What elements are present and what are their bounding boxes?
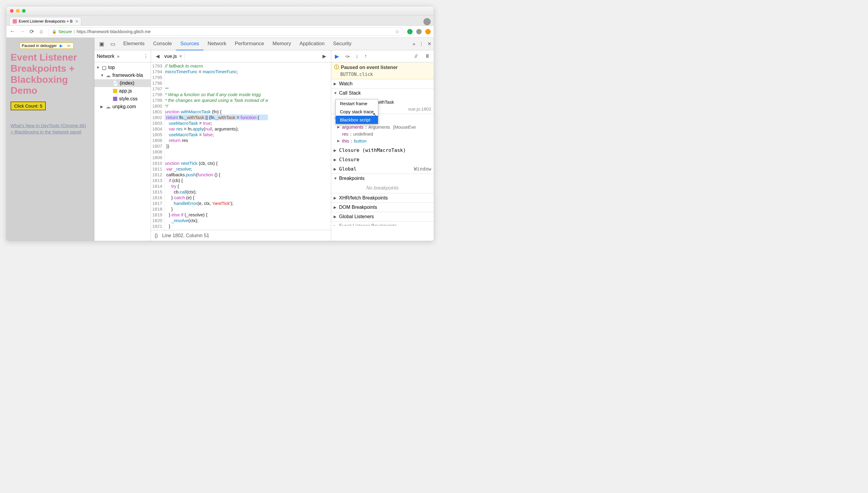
xhr-header[interactable]: ▶ XHR/fetch Breakpoints bbox=[331, 193, 434, 202]
xhr-panel: ▶ XHR/fetch Breakpoints bbox=[331, 193, 434, 203]
panel-title: Watch bbox=[339, 81, 353, 86]
tree-file-appjs[interactable]: app.js bbox=[94, 87, 151, 95]
global-header[interactable]: ▶ Global Window bbox=[331, 164, 434, 174]
page-title: Event Listener Breakpoints + Blackboxing… bbox=[10, 52, 90, 96]
devtools-tab-memory[interactable]: Memory bbox=[268, 38, 295, 50]
forward-button[interactable]: → bbox=[19, 29, 25, 35]
breakpoints-header[interactable]: ▼ Breakpoints bbox=[331, 174, 434, 183]
scope-res[interactable]: res: undefined bbox=[331, 130, 434, 137]
dom-bp-header[interactable]: ▶ DOM Breakpoints bbox=[331, 203, 434, 212]
context-menu-item[interactable]: Blackbox script bbox=[336, 116, 378, 124]
panel-title: XHR/fetch Breakpoints bbox=[339, 195, 388, 201]
bookmark-star-icon[interactable]: ☆ bbox=[395, 28, 400, 35]
content-row: Paused in debugger ▶ ⤼ Event Listener Br… bbox=[6, 38, 434, 241]
close-tab-icon[interactable]: × bbox=[75, 19, 78, 24]
extension-icon-2[interactable] bbox=[416, 29, 421, 34]
devtools-menu-icon[interactable]: ⋮ bbox=[419, 41, 424, 47]
pause-subtitle: BUTTON.click bbox=[334, 72, 431, 77]
navigator-tab[interactable]: Network bbox=[97, 53, 114, 59]
lock-icon: 🔒 bbox=[52, 29, 57, 34]
resume-button[interactable]: ▶ bbox=[334, 52, 340, 60]
tree-top[interactable]: ▼ ▢ top bbox=[94, 64, 151, 71]
devtools-tab-elements[interactable]: Elements bbox=[119, 38, 149, 50]
devtools-tab-sources[interactable]: Sources bbox=[176, 38, 203, 50]
paused-step-icon[interactable]: ⤼ bbox=[66, 43, 71, 48]
url-input[interactable]: 🔒 Secure | https://framework-blackboxing… bbox=[48, 27, 404, 36]
nav-left-icon[interactable]: ◀ bbox=[153, 53, 162, 59]
secure-label: Secure bbox=[59, 29, 72, 34]
devtools: ▣ ▭ ElementsConsoleSourcesNetworkPerform… bbox=[94, 38, 434, 241]
callstack-header[interactable]: ▼ Call Stack bbox=[331, 89, 434, 98]
maximize-window-button[interactable] bbox=[22, 9, 26, 13]
paused-badge: Paused in debugger ▶ ⤼ bbox=[20, 42, 73, 49]
event-bp-header[interactable]: ▶ Event Listener Breakpoints bbox=[331, 221, 434, 226]
chevron-right-icon: ▶ bbox=[334, 157, 337, 162]
breakpoints-panel: ▼ Breakpoints No breakpoints bbox=[331, 174, 434, 193]
close-file-icon[interactable]: × bbox=[179, 53, 182, 59]
tree-file-stylecss[interactable]: style.css bbox=[94, 95, 151, 103]
panel-title: DOM Breakpoints bbox=[339, 205, 377, 210]
step-over-button[interactable]: ⤼ bbox=[344, 52, 351, 60]
devtools-tab-application[interactable]: Application bbox=[295, 38, 329, 50]
close-devtools-icon[interactable]: ✕ bbox=[427, 41, 431, 47]
chevron-right-icon: ▶ bbox=[337, 139, 340, 143]
scope-key: res bbox=[342, 131, 348, 136]
scope-val: undefined bbox=[353, 131, 373, 136]
scope-this[interactable]: ▶ this: button bbox=[331, 137, 434, 144]
file-tab-vuejs[interactable]: vue.js × bbox=[162, 52, 185, 60]
braces-icon[interactable]: {} bbox=[155, 233, 158, 238]
cloud-icon: ☁ bbox=[106, 73, 111, 78]
page-link[interactable]: What's New In DevTools (Chrome 66) > Bla… bbox=[10, 122, 90, 135]
tree-file-index[interactable]: 📄 (index) bbox=[94, 79, 151, 87]
tree-domain-2[interactable]: ▶ ☁ unpkg.com bbox=[94, 103, 151, 111]
home-button[interactable]: ⌂ bbox=[38, 29, 44, 35]
closure2-header[interactable]: ▶ Closure bbox=[331, 155, 434, 164]
chevron-down-icon: ▼ bbox=[96, 65, 100, 70]
stack-location-text: vue.js:1802 bbox=[408, 106, 431, 111]
profile-avatar-button[interactable] bbox=[424, 18, 431, 25]
devtools-tab-security[interactable]: Security bbox=[329, 38, 356, 50]
pause-on-exceptions-button[interactable]: ⏸ bbox=[424, 52, 431, 60]
navigator-menu-icon[interactable]: ⋮ bbox=[144, 53, 148, 59]
closure1-header[interactable]: ▶ Closure (withMacroTask) bbox=[331, 146, 434, 155]
click-count-button[interactable]: Click Count: 5 bbox=[10, 102, 46, 110]
chevron-down-icon: ▼ bbox=[334, 91, 337, 95]
context-menu-item[interactable]: Restart frame bbox=[336, 100, 378, 108]
watch-header[interactable]: ▶ Watch bbox=[331, 79, 434, 88]
reload-button[interactable]: ⟳ bbox=[29, 29, 35, 35]
context-menu-item[interactable]: Copy stack trace bbox=[336, 108, 378, 116]
deactivate-breakpoints-button[interactable]: ⫽ bbox=[412, 52, 420, 60]
paused-resume-icon[interactable]: ▶ bbox=[59, 43, 64, 48]
devtools-tab-network[interactable]: Network bbox=[203, 38, 231, 50]
scope-arguments[interactable]: ▶ arguments: Arguments [MouseEve bbox=[331, 124, 434, 130]
navigator-expand-icon[interactable]: » bbox=[117, 53, 120, 59]
inspect-element-icon[interactable]: ▣ bbox=[97, 40, 107, 48]
tree-domain-1[interactable]: ▼ ☁ framework-bla bbox=[94, 71, 151, 79]
chevron-down-icon: ▼ bbox=[334, 176, 337, 180]
browser-tab-active[interactable]: Event Listener Breakpoints + B × bbox=[9, 17, 81, 25]
cloud-icon: ☁ bbox=[106, 104, 111, 109]
code-text: // fallback to macromicroTimerFunc = mac… bbox=[165, 62, 268, 230]
devtools-tab-console[interactable]: Console bbox=[149, 38, 176, 50]
extension-icon-1[interactable] bbox=[407, 29, 413, 34]
cursor-position: Line 1802, Column 51 bbox=[162, 233, 210, 238]
devtools-tab-performance[interactable]: Performance bbox=[231, 38, 268, 50]
global-listeners-header[interactable]: ▶ Global Listeners bbox=[331, 212, 434, 221]
panel-title: Closure (withMacroTask) bbox=[339, 147, 406, 153]
nav-right-icon[interactable]: ▶ bbox=[320, 53, 328, 59]
sources-navigator: Network » ⋮ ▼ ▢ top ▼ ☁ framewo bbox=[94, 50, 151, 241]
more-tabs-icon[interactable]: » bbox=[413, 41, 415, 47]
device-toolbar-icon[interactable]: ▭ bbox=[108, 40, 118, 48]
close-window-button[interactable] bbox=[10, 9, 14, 13]
file-tree: ▼ ▢ top ▼ ☁ framework-bla 📄 (index) bbox=[94, 62, 151, 112]
tree-label: (index) bbox=[120, 81, 134, 86]
extension-icon-3[interactable] bbox=[425, 29, 431, 34]
code-area[interactable]: 1793179417951796179717981799180018011802… bbox=[151, 62, 331, 230]
minimize-window-button[interactable] bbox=[16, 9, 20, 13]
step-into-button[interactable]: ↓ bbox=[354, 52, 360, 60]
chevron-right-icon: ▶ bbox=[100, 105, 104, 109]
line-gutter: 1793179417951796179717981799180018011802… bbox=[151, 62, 165, 230]
step-out-button[interactable]: ↑ bbox=[363, 52, 368, 60]
event-bp-panel: ▶ Event Listener Breakpoints bbox=[331, 221, 434, 226]
back-button[interactable]: ← bbox=[9, 29, 15, 35]
